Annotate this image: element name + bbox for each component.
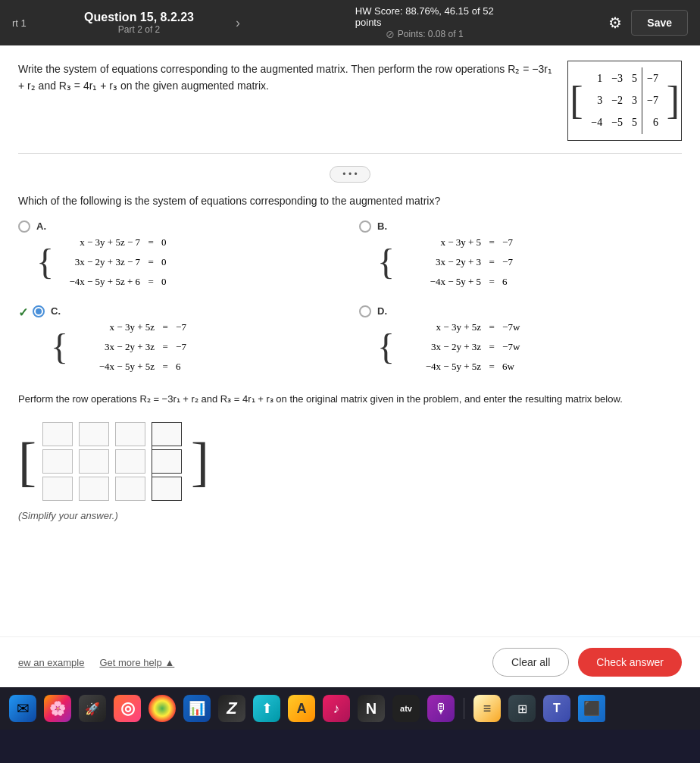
taskbar-arc-icon[interactable]: ◎ [114, 695, 141, 722]
option-d-equations: x − 3y + 5z = −7w 3x − 2y + 3z = −7w −4x… [398, 317, 525, 377]
problem-statement: Write the system of equations correspond… [18, 61, 682, 154]
taskbar: ✉ 🌸 🚀 ◎ 📊 Z ⬆ A ♪ N atv 🎙 ≡ ⊞ T ⬛ [0, 687, 700, 730]
matrix-input-container: [ ] [18, 419, 209, 504]
option-a-system: { x − 3y + 5z − 7 = 0 3x − 2y + 3z − 7 =… [36, 233, 341, 292]
eq-line: −4x − 5y + 5z = 6 [71, 357, 198, 377]
matrix-input-r2c1[interactable] [42, 449, 73, 474]
right-bracket-icon: ] [191, 434, 209, 489]
matrix-cell: −4 [586, 111, 607, 133]
matrix-input-r1c3[interactable] [115, 422, 145, 446]
question-title: Question 15, 8.2.23 [84, 11, 194, 24]
taskbar-chrome-icon[interactable] [148, 695, 176, 722]
option-c-system: { x − 3y + 5z = −7 3x − 2y + 3z = −7 [51, 317, 341, 377]
matrix-cell: 3 [586, 89, 607, 111]
matrix-cell: 5 [627, 111, 642, 133]
question-part: Part 2 of 2 [118, 24, 160, 35]
eq-line: 3x − 2y + 3 = −7 [398, 252, 525, 272]
option-d-label: D. [377, 305, 387, 317]
hw-score: HW Score: 88.76%, 46.15 of 52 points [355, 5, 494, 28]
matrix-input-r3c4[interactable] [152, 477, 182, 501]
taskbar-upload-icon[interactable]: ⬆ [253, 695, 280, 722]
option-a-radio[interactable] [18, 220, 30, 233]
option-c-brace: { [51, 317, 68, 377]
save-button[interactable]: Save [631, 10, 688, 36]
eq-line: 3x − 2y + 3z = −7w [398, 337, 525, 357]
taskbar-font-icon[interactable]: A [288, 695, 315, 722]
matrix-input-grid [39, 419, 188, 504]
eq-line: x − 3y + 5 = −7 [398, 233, 525, 252]
eq-line: x − 3y + 5z − 7 = 0 [57, 233, 184, 252]
get-more-help-link[interactable]: Get more help ▲ [99, 657, 174, 668]
taskbar-notes-icon[interactable]: ≡ [473, 695, 501, 722]
main-content: Write the system of equations correspond… [0, 45, 700, 636]
matrix-input-r3c2[interactable] [79, 477, 109, 501]
left-bracket-icon: [ [18, 434, 36, 489]
matrix-input-r3c1[interactable] [42, 477, 73, 501]
taskbar-mail-icon[interactable]: ✉ [9, 695, 36, 722]
taskbar-music-icon[interactable]: ♪ [323, 695, 350, 722]
check-answer-button[interactable]: Check answer [578, 648, 682, 677]
eq-line: 3x − 2y + 3z − 7 = 0 [57, 252, 184, 272]
matrix-cell: −5 [607, 111, 627, 133]
matrix-cell: −7 [642, 89, 663, 111]
header-actions: ⚙ Save [608, 10, 688, 36]
matrix-table: 1 −3 5 −7 3 −2 3 −7 −4 −5 5 6 [586, 67, 663, 134]
option-d-radio[interactable] [359, 305, 371, 317]
option-b-radio[interactable] [359, 220, 371, 233]
taskbar-atv-icon[interactable]: atv [392, 695, 420, 722]
check-mark-icon: ✓ [18, 305, 28, 320]
question-info: Question 15, 8.2.23 Part 2 of 2 [52, 11, 227, 35]
matrix-input-r2c4[interactable] [152, 449, 182, 474]
option-b-equations: x − 3y + 5 = −7 3x − 2y + 3 = −7 −4x − 5… [398, 233, 525, 292]
row-ops-text: Perform the row operations R₂ = −3r₁ + r… [18, 392, 682, 408]
taskbar-launchpad-icon[interactable]: 🚀 [79, 695, 106, 722]
taskbar-photos-icon[interactable]: 🌸 [44, 695, 71, 722]
option-d-brace: { [377, 317, 395, 377]
show-example-link[interactable]: ew an example [18, 657, 84, 668]
matrix-input-r2c2[interactable] [79, 449, 109, 474]
part-label: rt 1 [12, 17, 42, 29]
app-header: rt 1 Question 15, 8.2.23 Part 2 of 2 › H… [0, 0, 700, 45]
simplify-note: (Simplify your answer.) [18, 510, 682, 521]
clear-all-button[interactable]: Clear all [492, 648, 569, 677]
eq-line: −4x − 5y + 5z + 6 = 0 [57, 272, 184, 292]
option-d-system: { x − 3y + 5z = −7w 3x − 2y + 3z = −7w [377, 317, 682, 377]
matrix-input-r1c1[interactable] [42, 422, 73, 446]
option-c-radio[interactable] [33, 305, 45, 317]
taskbar-blue-icon[interactable]: ⬛ [578, 695, 605, 722]
taskbar-podcast-icon[interactable]: 🎙 [427, 695, 455, 722]
eq-line: −4x − 5y + 5 = 6 [398, 272, 525, 292]
option-a-equations: x − 3y + 5z − 7 = 0 3x − 2y + 3z − 7 = 0… [57, 233, 184, 292]
matrix-cell: −2 [607, 89, 627, 111]
taskbar-grid-icon[interactable]: ⊞ [508, 695, 536, 722]
option-b[interactable]: B. { x − 3y + 5 = −7 3x − 2y + 3 = −7 [359, 219, 682, 292]
option-d[interactable]: D. { x − 3y + 5z = −7w 3x − 2y + 3z = −7… [359, 304, 682, 377]
taskbar-n-icon[interactable]: N [358, 695, 385, 722]
gear-icon[interactable]: ⚙ [608, 14, 622, 32]
option-d-content: D. { x − 3y + 5z = −7w 3x − 2y + 3z = −7… [377, 304, 682, 377]
matrix-input-r1c4[interactable] [152, 422, 182, 446]
option-b-content: B. { x − 3y + 5 = −7 3x − 2y + 3 = −7 [377, 219, 682, 292]
matrix-cell: 3 [627, 89, 642, 111]
points-info: ⊘ Points: 0.08 of 1 [386, 28, 464, 40]
option-a-label: A. [36, 220, 46, 232]
next-chevron[interactable]: › [236, 15, 240, 31]
option-b-label: B. [377, 220, 387, 232]
taskbar-notch-icon[interactable]: Z [218, 695, 245, 722]
matrix-cell: −7 [642, 67, 663, 89]
matrix-input-r2c3[interactable] [115, 449, 145, 474]
option-b-system: { x − 3y + 5 = −7 3x − 2y + 3 = −7 [377, 233, 682, 292]
more-button-container: • • • [18, 166, 682, 183]
matrix-input-r1c2[interactable] [79, 422, 109, 446]
option-a-brace: { [36, 233, 54, 292]
option-c[interactable]: ✓ C. { x − 3y + 5z = −7 3x − 2y + 3z [18, 304, 341, 377]
which-question: Which of the following is the system of … [18, 195, 682, 207]
taskbar-stats-icon[interactable]: 📊 [183, 695, 211, 722]
more-button[interactable]: • • • [330, 166, 370, 183]
matrix-input-r3c3[interactable] [115, 477, 145, 501]
taskbar-teams-icon[interactable]: T [543, 695, 570, 722]
option-a[interactable]: A. { x − 3y + 5z − 7 = 0 3x − 2y + 3z − … [18, 219, 341, 292]
augmented-matrix: 1 −3 5 −7 3 −2 3 −7 −4 −5 5 6 [567, 61, 682, 141]
bottom-bar: ew an example Get more help ▲ Clear all … [0, 636, 700, 687]
problem-text: Write the system of equations correspond… [18, 61, 552, 95]
